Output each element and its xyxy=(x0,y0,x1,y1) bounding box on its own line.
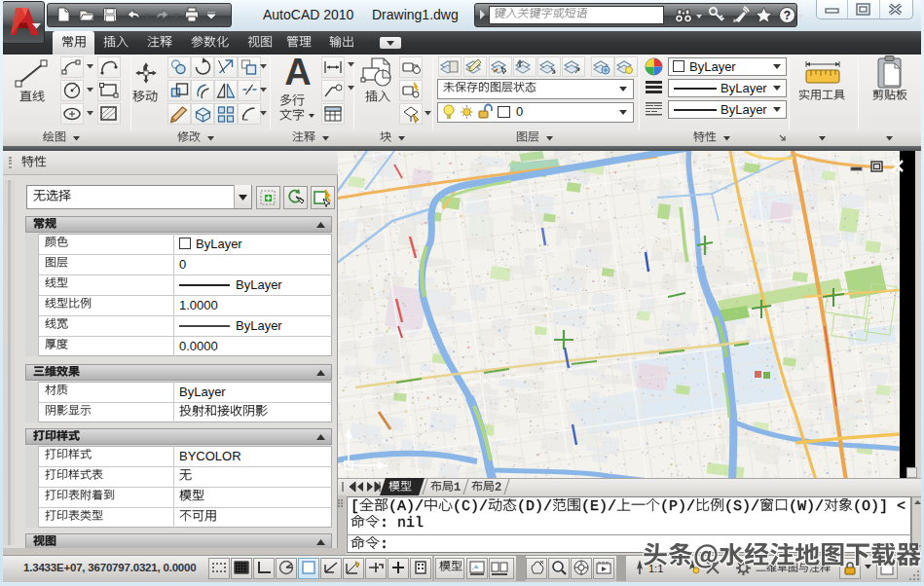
svg-text:?: ? xyxy=(784,9,791,22)
